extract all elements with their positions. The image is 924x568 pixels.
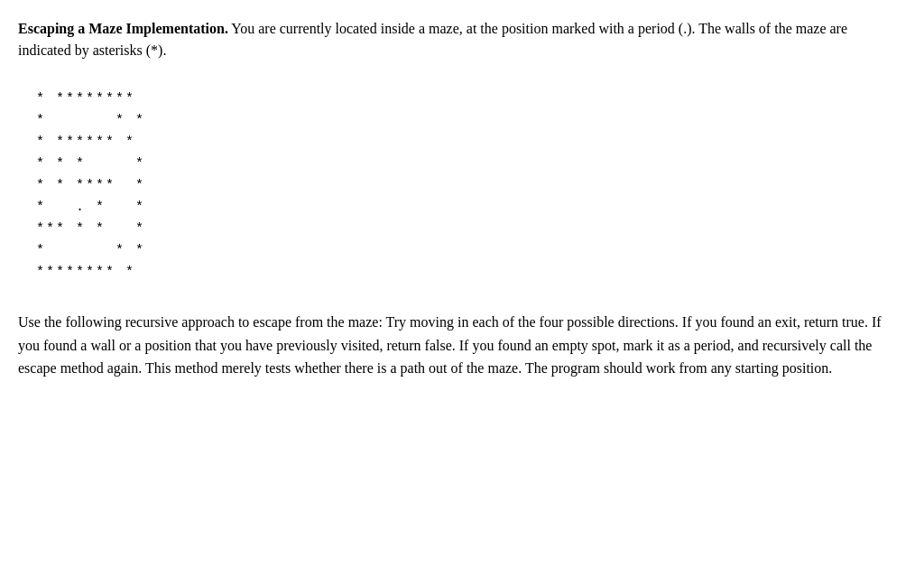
maze-display: * ******** * * * * ****** * * * * * * * … — [36, 88, 897, 284]
intro-bold: Escaping a Maze Implementation. — [18, 21, 228, 36]
intro-paragraph: Escaping a Maze Implementation. You are … — [18, 18, 884, 61]
description-paragraph: Use the following recursive approach to … — [18, 311, 884, 380]
